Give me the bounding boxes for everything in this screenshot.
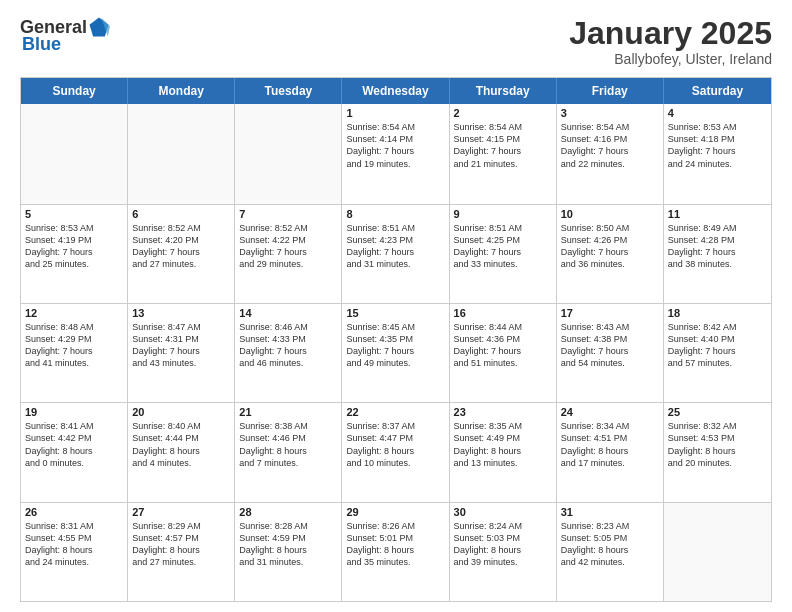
cell-info: Sunrise: 8:45 AM Sunset: 4:35 PM Dayligh… xyxy=(346,321,444,370)
cell-info: Sunrise: 8:43 AM Sunset: 4:38 PM Dayligh… xyxy=(561,321,659,370)
calendar-cell-1: 1Sunrise: 8:54 AM Sunset: 4:14 PM Daylig… xyxy=(342,104,449,203)
cell-day-number: 13 xyxy=(132,307,230,319)
day-header-sunday: Sunday xyxy=(21,78,128,104)
day-header-saturday: Saturday xyxy=(664,78,771,104)
day-headers: SundayMondayTuesdayWednesdayThursdayFrid… xyxy=(21,78,771,104)
cell-day-number: 12 xyxy=(25,307,123,319)
calendar: SundayMondayTuesdayWednesdayThursdayFrid… xyxy=(20,77,772,602)
cell-day-number: 9 xyxy=(454,208,552,220)
cell-day-number: 14 xyxy=(239,307,337,319)
cell-info: Sunrise: 8:53 AM Sunset: 4:18 PM Dayligh… xyxy=(668,121,767,170)
calendar-cell-15: 15Sunrise: 8:45 AM Sunset: 4:35 PM Dayli… xyxy=(342,304,449,402)
calendar-body: 1Sunrise: 8:54 AM Sunset: 4:14 PM Daylig… xyxy=(21,104,771,601)
cell-info: Sunrise: 8:26 AM Sunset: 5:01 PM Dayligh… xyxy=(346,520,444,569)
cell-day-number: 11 xyxy=(668,208,767,220)
cell-info: Sunrise: 8:48 AM Sunset: 4:29 PM Dayligh… xyxy=(25,321,123,370)
calendar-cell-13: 13Sunrise: 8:47 AM Sunset: 4:31 PM Dayli… xyxy=(128,304,235,402)
cell-info: Sunrise: 8:35 AM Sunset: 4:49 PM Dayligh… xyxy=(454,420,552,469)
calendar-cell-9: 9Sunrise: 8:51 AM Sunset: 4:25 PM Daylig… xyxy=(450,205,557,303)
calendar-cell-14: 14Sunrise: 8:46 AM Sunset: 4:33 PM Dayli… xyxy=(235,304,342,402)
cell-day-number: 31 xyxy=(561,506,659,518)
calendar-row: 19Sunrise: 8:41 AM Sunset: 4:42 PM Dayli… xyxy=(21,402,771,501)
cell-info: Sunrise: 8:46 AM Sunset: 4:33 PM Dayligh… xyxy=(239,321,337,370)
cell-info: Sunrise: 8:38 AM Sunset: 4:46 PM Dayligh… xyxy=(239,420,337,469)
calendar-row: 12Sunrise: 8:48 AM Sunset: 4:29 PM Dayli… xyxy=(21,303,771,402)
calendar-cell-21: 21Sunrise: 8:38 AM Sunset: 4:46 PM Dayli… xyxy=(235,403,342,501)
cell-info: Sunrise: 8:51 AM Sunset: 4:25 PM Dayligh… xyxy=(454,222,552,271)
calendar-cell-27: 27Sunrise: 8:29 AM Sunset: 4:57 PM Dayli… xyxy=(128,503,235,601)
calendar-cell-30: 30Sunrise: 8:24 AM Sunset: 5:03 PM Dayli… xyxy=(450,503,557,601)
cell-info: Sunrise: 8:32 AM Sunset: 4:53 PM Dayligh… xyxy=(668,420,767,469)
cell-day-number: 17 xyxy=(561,307,659,319)
calendar-cell-20: 20Sunrise: 8:40 AM Sunset: 4:44 PM Dayli… xyxy=(128,403,235,501)
cell-day-number: 24 xyxy=(561,406,659,418)
cell-day-number: 22 xyxy=(346,406,444,418)
calendar-cell-28: 28Sunrise: 8:28 AM Sunset: 4:59 PM Dayli… xyxy=(235,503,342,601)
cell-info: Sunrise: 8:47 AM Sunset: 4:31 PM Dayligh… xyxy=(132,321,230,370)
cell-day-number: 5 xyxy=(25,208,123,220)
calendar-cell-26: 26Sunrise: 8:31 AM Sunset: 4:55 PM Dayli… xyxy=(21,503,128,601)
cell-info: Sunrise: 8:54 AM Sunset: 4:16 PM Dayligh… xyxy=(561,121,659,170)
page: General Blue January 2025 Ballybofey, Ul… xyxy=(0,0,792,612)
calendar-cell-16: 16Sunrise: 8:44 AM Sunset: 4:36 PM Dayli… xyxy=(450,304,557,402)
cell-info: Sunrise: 8:31 AM Sunset: 4:55 PM Dayligh… xyxy=(25,520,123,569)
day-header-wednesday: Wednesday xyxy=(342,78,449,104)
calendar-row: 5Sunrise: 8:53 AM Sunset: 4:19 PM Daylig… xyxy=(21,204,771,303)
calendar-cell-3: 3Sunrise: 8:54 AM Sunset: 4:16 PM Daylig… xyxy=(557,104,664,203)
day-header-monday: Monday xyxy=(128,78,235,104)
cell-day-number: 29 xyxy=(346,506,444,518)
calendar-cell-8: 8Sunrise: 8:51 AM Sunset: 4:23 PM Daylig… xyxy=(342,205,449,303)
cell-info: Sunrise: 8:52 AM Sunset: 4:20 PM Dayligh… xyxy=(132,222,230,271)
calendar-cell-empty xyxy=(21,104,128,203)
cell-day-number: 21 xyxy=(239,406,337,418)
calendar-cell-17: 17Sunrise: 8:43 AM Sunset: 4:38 PM Dayli… xyxy=(557,304,664,402)
cell-day-number: 1 xyxy=(346,107,444,119)
cell-info: Sunrise: 8:53 AM Sunset: 4:19 PM Dayligh… xyxy=(25,222,123,271)
cell-day-number: 10 xyxy=(561,208,659,220)
cell-day-number: 19 xyxy=(25,406,123,418)
cell-day-number: 4 xyxy=(668,107,767,119)
cell-day-number: 8 xyxy=(346,208,444,220)
calendar-cell-empty xyxy=(235,104,342,203)
cell-info: Sunrise: 8:28 AM Sunset: 4:59 PM Dayligh… xyxy=(239,520,337,569)
calendar-row: 1Sunrise: 8:54 AM Sunset: 4:14 PM Daylig… xyxy=(21,104,771,203)
calendar-cell-2: 2Sunrise: 8:54 AM Sunset: 4:15 PM Daylig… xyxy=(450,104,557,203)
cell-info: Sunrise: 8:50 AM Sunset: 4:26 PM Dayligh… xyxy=(561,222,659,271)
day-header-tuesday: Tuesday xyxy=(235,78,342,104)
cell-day-number: 18 xyxy=(668,307,767,319)
calendar-cell-4: 4Sunrise: 8:53 AM Sunset: 4:18 PM Daylig… xyxy=(664,104,771,203)
cell-info: Sunrise: 8:51 AM Sunset: 4:23 PM Dayligh… xyxy=(346,222,444,271)
cell-day-number: 20 xyxy=(132,406,230,418)
cell-info: Sunrise: 8:49 AM Sunset: 4:28 PM Dayligh… xyxy=(668,222,767,271)
logo: General Blue xyxy=(20,16,111,55)
cell-info: Sunrise: 8:24 AM Sunset: 5:03 PM Dayligh… xyxy=(454,520,552,569)
cell-info: Sunrise: 8:42 AM Sunset: 4:40 PM Dayligh… xyxy=(668,321,767,370)
subtitle: Ballybofey, Ulster, Ireland xyxy=(569,51,772,67)
cell-info: Sunrise: 8:37 AM Sunset: 4:47 PM Dayligh… xyxy=(346,420,444,469)
calendar-cell-24: 24Sunrise: 8:34 AM Sunset: 4:51 PM Dayli… xyxy=(557,403,664,501)
calendar-cell-19: 19Sunrise: 8:41 AM Sunset: 4:42 PM Dayli… xyxy=(21,403,128,501)
cell-day-number: 26 xyxy=(25,506,123,518)
cell-day-number: 25 xyxy=(668,406,767,418)
calendar-cell-5: 5Sunrise: 8:53 AM Sunset: 4:19 PM Daylig… xyxy=(21,205,128,303)
calendar-cell-10: 10Sunrise: 8:50 AM Sunset: 4:26 PM Dayli… xyxy=(557,205,664,303)
day-header-friday: Friday xyxy=(557,78,664,104)
calendar-cell-29: 29Sunrise: 8:26 AM Sunset: 5:01 PM Dayli… xyxy=(342,503,449,601)
cell-day-number: 15 xyxy=(346,307,444,319)
calendar-row: 26Sunrise: 8:31 AM Sunset: 4:55 PM Dayli… xyxy=(21,502,771,601)
cell-info: Sunrise: 8:34 AM Sunset: 4:51 PM Dayligh… xyxy=(561,420,659,469)
cell-day-number: 28 xyxy=(239,506,337,518)
cell-info: Sunrise: 8:29 AM Sunset: 4:57 PM Dayligh… xyxy=(132,520,230,569)
calendar-cell-7: 7Sunrise: 8:52 AM Sunset: 4:22 PM Daylig… xyxy=(235,205,342,303)
title-section: January 2025 Ballybofey, Ulster, Ireland xyxy=(569,16,772,67)
cell-info: Sunrise: 8:54 AM Sunset: 4:14 PM Dayligh… xyxy=(346,121,444,170)
cell-info: Sunrise: 8:41 AM Sunset: 4:42 PM Dayligh… xyxy=(25,420,123,469)
cell-day-number: 16 xyxy=(454,307,552,319)
calendar-cell-6: 6Sunrise: 8:52 AM Sunset: 4:20 PM Daylig… xyxy=(128,205,235,303)
cell-day-number: 30 xyxy=(454,506,552,518)
cell-info: Sunrise: 8:23 AM Sunset: 5:05 PM Dayligh… xyxy=(561,520,659,569)
cell-day-number: 23 xyxy=(454,406,552,418)
calendar-cell-25: 25Sunrise: 8:32 AM Sunset: 4:53 PM Dayli… xyxy=(664,403,771,501)
calendar-cell-18: 18Sunrise: 8:42 AM Sunset: 4:40 PM Dayli… xyxy=(664,304,771,402)
calendar-cell-22: 22Sunrise: 8:37 AM Sunset: 4:47 PM Dayli… xyxy=(342,403,449,501)
